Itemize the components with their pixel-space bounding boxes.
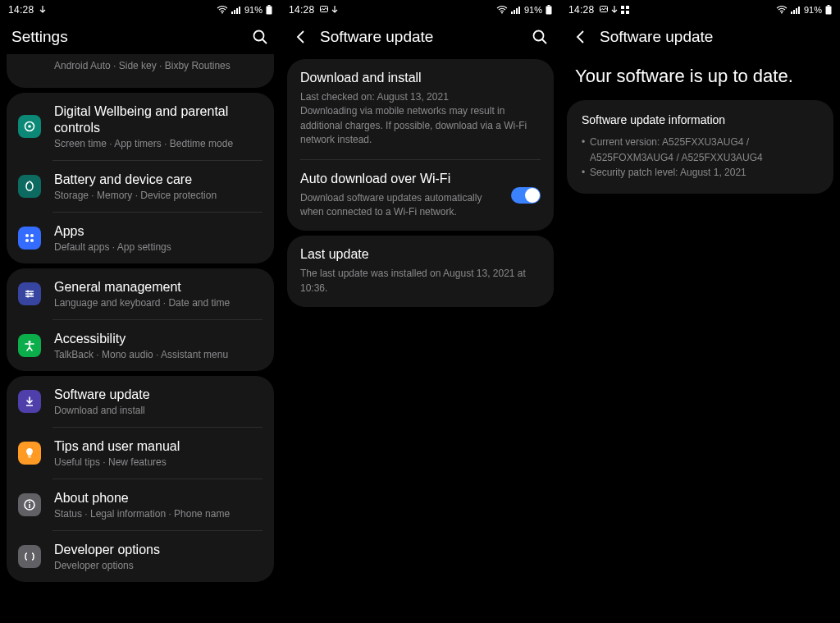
svg-line-36 [542, 39, 546, 44]
svg-point-20 [27, 295, 30, 298]
auto-download-item[interactable]: Auto download over Wi-Fi Download softwa… [287, 160, 554, 231]
battery-icon [18, 175, 41, 198]
row-sub: Developer options [54, 560, 262, 571]
svg-rect-33 [546, 7, 552, 15]
battery-icon [825, 5, 832, 15]
settings-card-group: Software updateDownload and installTips … [7, 376, 274, 582]
svg-point-11 [25, 234, 29, 237]
settings-item[interactable]: Battery and device careStorage · Memory … [7, 161, 274, 212]
row-title: General management [54, 279, 262, 295]
signal-icon [231, 6, 241, 14]
svg-point-25 [29, 502, 30, 503]
apps-icon [18, 227, 41, 250]
svg-rect-5 [267, 7, 272, 15]
svg-point-10 [28, 125, 31, 128]
settings-item[interactable]: General managementLanguage and keyboard … [7, 268, 274, 319]
back-button[interactable] [572, 28, 590, 46]
software-update-screen: 14:28 91% Software update Download and i… [281, 0, 560, 623]
update-icon [18, 390, 41, 413]
item-title: Download and install [300, 71, 541, 85]
settings-item-advanced[interactable]: Android Auto · Side key · Bixby Routines [7, 54, 274, 88]
item-sub: Last checked on: August 13, 2021 Downloa… [300, 90, 541, 148]
update-options-card: Download and install Last checked on: Au… [287, 59, 554, 231]
settings-item[interactable]: Tips and user manualUseful tips · New fe… [7, 428, 274, 479]
row-title: Apps [54, 223, 262, 240]
item-title: Last update [300, 247, 541, 262]
chevron-left-icon [294, 30, 308, 44]
row-title: Software update [54, 387, 262, 403]
settings-item[interactable]: Developer optionsDeveloper options [7, 531, 274, 582]
svg-rect-44 [793, 10, 795, 14]
settings-item[interactable]: AccessibilityTalkBack · Mono audio · Ass… [7, 320, 274, 371]
search-icon [532, 29, 548, 45]
svg-rect-40 [621, 11, 624, 14]
row-title: Battery and device care [54, 172, 262, 188]
svg-point-14 [30, 239, 34, 242]
svg-rect-31 [516, 8, 518, 14]
wifi-icon [496, 6, 508, 14]
svg-rect-6 [268, 5, 271, 7]
item-title: Auto download over Wi-Fi [300, 172, 501, 186]
svg-rect-32 [518, 7, 520, 14]
settings-item[interactable]: Digital Wellbeing and parental controlsS… [7, 93, 274, 160]
svg-point-0 [221, 12, 223, 14]
svg-point-19 [30, 293, 33, 295]
svg-point-28 [501, 12, 503, 14]
svg-rect-43 [791, 11, 792, 14]
dev-icon [18, 545, 41, 568]
up-to-date-heading: Your software is up to date. [560, 54, 840, 95]
wifi-icon [776, 6, 788, 14]
status-right: 91% [496, 5, 552, 15]
status-time: 14:28 [289, 4, 315, 16]
svg-rect-3 [236, 8, 238, 14]
info-bullets: Current version: A525FXXU3AUG4 / A525FOX… [582, 135, 819, 181]
status-notif-icons [320, 6, 338, 14]
page-title: Software update [320, 28, 433, 46]
last-update-item[interactable]: Last update The last update was installe… [287, 236, 554, 307]
settings-item[interactable]: Software updateDownload and install [7, 376, 274, 427]
svg-rect-4 [239, 7, 240, 14]
status-notif-icons [600, 6, 629, 14]
signal-icon [791, 6, 801, 14]
row-sub: Storage · Memory · Device protection [54, 190, 262, 201]
settings-item[interactable]: About phoneStatus · Legal information · … [7, 479, 274, 530]
svg-rect-2 [234, 10, 235, 14]
item-sub: The last update was installed on August … [300, 267, 541, 295]
row-title: Tips and user manual [54, 438, 262, 455]
wifi-icon [217, 6, 228, 14]
svg-point-13 [25, 239, 29, 242]
status-battery: 91% [244, 5, 262, 15]
svg-rect-23 [29, 456, 31, 458]
back-button[interactable] [292, 28, 310, 46]
item-sub: Download software updates automatically … [300, 191, 501, 220]
search-button[interactable] [531, 28, 549, 46]
settings-card-group: Digital Wellbeing and parental controlsS… [7, 93, 274, 263]
settings-item[interactable]: AppsDefault apps · App settings [7, 213, 274, 263]
row-sub: Status · Legal information · Phone name [54, 508, 262, 520]
auto-download-toggle[interactable] [511, 187, 541, 204]
settings-screen: 14:28 91% Settings Android Auto · Side k… [0, 0, 281, 623]
svg-point-35 [534, 31, 544, 41]
last-update-card: Last update The last update was installe… [287, 236, 554, 307]
row-title: Digital Wellbeing and parental controls [54, 103, 262, 136]
svg-rect-38 [621, 6, 624, 9]
svg-rect-1 [231, 11, 233, 14]
row-sub: Android Auto · Side key · Bixby Routines [54, 60, 262, 71]
general-icon [18, 282, 41, 305]
accessibility-icon [18, 334, 41, 357]
download-install-item[interactable]: Download and install Last checked on: Au… [287, 59, 554, 159]
info-bullet: Security patch level: August 1, 2021 [582, 165, 819, 181]
battery-icon [266, 5, 272, 15]
status-time: 14:28 [8, 4, 34, 16]
title-bar: Software update [281, 20, 560, 54]
page-title: Settings [11, 28, 68, 46]
title-bar: Software update [560, 20, 840, 54]
status-time: 14:28 [568, 4, 595, 16]
svg-rect-26 [29, 504, 30, 508]
status-battery: 91% [804, 5, 822, 15]
svg-rect-46 [798, 7, 800, 14]
battery-icon [546, 5, 552, 15]
search-button[interactable] [251, 28, 269, 46]
svg-rect-34 [548, 5, 550, 7]
about-icon [18, 493, 41, 516]
